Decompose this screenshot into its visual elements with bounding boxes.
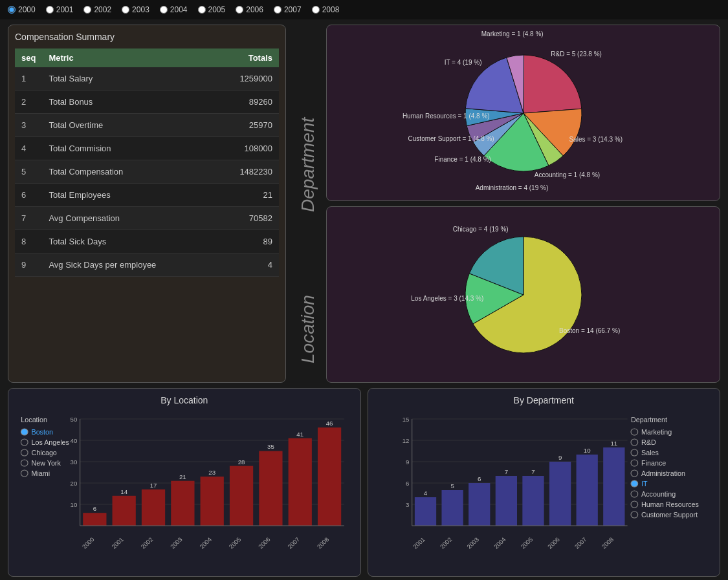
svg-text:23: 23	[208, 469, 215, 476]
bar	[414, 497, 436, 526]
pie-label: Customer Support = 1 (4.8 %)	[408, 135, 494, 142]
svg-text:2004: 2004	[492, 537, 507, 550]
svg-text:10: 10	[71, 502, 78, 508]
svg-text:7: 7	[531, 469, 535, 475]
year-option-2001[interactable]: 2001	[46, 5, 74, 14]
svg-text:Chicago: Chicago	[31, 449, 57, 456]
year-option-2006[interactable]: 2006	[236, 5, 263, 14]
svg-point-42	[630, 429, 637, 435]
svg-point-9	[21, 470, 28, 477]
col-seq: seq	[15, 48, 42, 67]
year-option-2004[interactable]: 2004	[160, 5, 188, 14]
svg-point-1	[21, 429, 28, 435]
pie-label: Finance = 1 (4.8 %)	[434, 155, 491, 162]
bar	[201, 477, 224, 526]
svg-text:5: 5	[450, 483, 454, 489]
summary-panel: Compensation Summary seq Metric Totals 1…	[8, 25, 286, 383]
svg-text:14: 14	[120, 489, 127, 495]
svg-text:Boston: Boston	[31, 429, 53, 436]
svg-text:New York: New York	[31, 460, 61, 467]
svg-text:2006: 2006	[257, 537, 272, 550]
bar	[522, 476, 544, 526]
summary-table: seq Metric Totals 1Total Salary12590002T…	[15, 48, 279, 277]
svg-text:2005: 2005	[519, 537, 534, 550]
col-metric: Metric	[42, 48, 214, 67]
location-bar-title: By Location	[17, 395, 351, 405]
svg-text:9: 9	[558, 455, 561, 461]
svg-text:20: 20	[71, 480, 78, 487]
department-bar-panel: By Department DepartmentMarketingR&DSale…	[368, 388, 721, 577]
svg-text:Sales: Sales	[641, 449, 659, 456]
bar	[603, 447, 624, 526]
svg-text:10: 10	[583, 447, 590, 454]
svg-point-7	[21, 460, 28, 466]
table-row: 9Avg Sick Days per employee4	[15, 253, 279, 277]
pie-label: Boston = 14 (66.7 %)	[559, 327, 620, 334]
year-option-2005[interactable]: 2005	[198, 5, 226, 14]
year-option-2007[interactable]: 2007	[274, 5, 302, 14]
bar	[318, 427, 341, 526]
year-option-2008[interactable]: 2008	[312, 5, 340, 14]
svg-point-58	[630, 511, 637, 518]
svg-text:Location: Location	[21, 416, 47, 424]
svg-point-54	[630, 491, 637, 497]
bar	[230, 466, 253, 526]
svg-text:2005: 2005	[228, 537, 243, 550]
table-row: 6Total Employees21	[15, 184, 279, 207]
svg-text:Los Angeles: Los Angeles	[31, 439, 69, 446]
svg-text:Administration: Administration	[641, 470, 685, 477]
pie-label: Marketing = 1 (4.8 %)	[481, 30, 543, 38]
bar	[83, 513, 106, 526]
summary-title: Compensation Summary	[15, 32, 279, 42]
svg-text:2002: 2002	[439, 537, 454, 550]
table-row: 3Total Overtime25970	[15, 114, 279, 137]
svg-text:2006: 2006	[546, 537, 561, 550]
pie-label: Administration = 4 (19 %)	[475, 184, 548, 191]
bar	[142, 489, 165, 526]
pie-label: Chicago = 4 (19 %)	[452, 226, 508, 233]
year-option-2000[interactable]: 2000	[8, 5, 36, 14]
department-pie-box: R&D = 5 (23.8 %)Sales = 3 (14.3 %)Accoun…	[326, 25, 720, 201]
svg-text:2003: 2003	[465, 537, 480, 550]
pie-label: Human Resources = 1 (4.8 %)	[402, 113, 489, 120]
table-row: 8Total Sick Days89	[15, 230, 279, 253]
svg-text:4: 4	[423, 490, 426, 497]
svg-text:Customer Support: Customer Support	[641, 511, 698, 519]
year-option-2002[interactable]: 2002	[83, 5, 111, 14]
location-label: Location	[298, 221, 318, 363]
svg-point-56	[630, 501, 637, 508]
svg-text:Accounting: Accounting	[641, 491, 676, 498]
pie-label: R&D = 5 (23.8 %)	[551, 50, 602, 58]
svg-text:41: 41	[296, 431, 303, 438]
svg-text:2001: 2001	[412, 537, 426, 550]
department-label: Department	[298, 57, 318, 212]
svg-text:2003: 2003	[169, 537, 184, 550]
svg-text:Human Resources: Human Resources	[641, 501, 699, 508]
svg-text:Finance: Finance	[641, 460, 666, 467]
svg-text:15: 15	[402, 416, 409, 423]
svg-text:40: 40	[71, 438, 78, 444]
svg-point-50	[630, 470, 637, 477]
svg-point-5	[21, 449, 28, 456]
svg-text:R&D: R&D	[641, 439, 656, 446]
bar	[259, 451, 282, 526]
svg-text:9: 9	[406, 459, 409, 466]
table-row: 2Total Bonus89260	[15, 91, 279, 114]
pie-label: IT = 4 (19 %)	[444, 58, 481, 65]
svg-text:2001: 2001	[111, 537, 126, 550]
bar	[549, 462, 570, 526]
bar	[441, 490, 463, 526]
year-option-2003[interactable]: 2003	[122, 5, 149, 14]
pie-label: Sales = 3 (14.3 %)	[569, 135, 623, 142]
svg-text:35: 35	[267, 444, 274, 451]
svg-text:Department: Department	[630, 416, 667, 424]
svg-text:6: 6	[406, 480, 409, 487]
bar	[113, 496, 136, 526]
svg-point-3	[21, 439, 28, 446]
bar	[171, 481, 194, 526]
pie-label: Accounting = 1 (4.8 %)	[534, 171, 599, 178]
svg-text:6: 6	[478, 476, 481, 482]
svg-text:Marketing: Marketing	[641, 429, 672, 436]
svg-text:6: 6	[93, 506, 96, 512]
svg-text:17: 17	[150, 482, 157, 489]
